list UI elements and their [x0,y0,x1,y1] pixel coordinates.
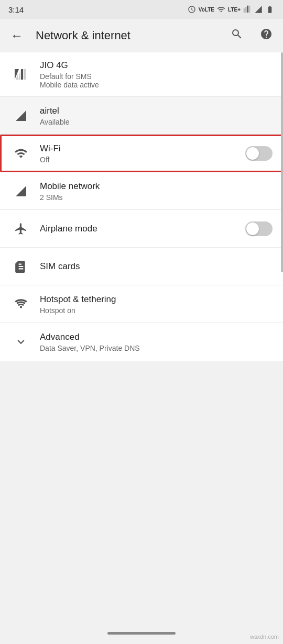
sim-icon [10,260,31,273]
jio-content: JIO 4G Default for SMS Mobile data activ… [31,60,273,89]
airplane-icon [10,222,31,236]
wifi-toggle[interactable] [245,146,273,161]
airtel-subtitle: Available [40,118,273,126]
airplane-toggle[interactable] [245,221,273,236]
list-item-advanced[interactable]: Advanced Data Saver, VPN, Private DNS [0,323,283,361]
mobile-network-content: Mobile network 2 SIMs [31,181,273,202]
svg-marker-2 [16,186,26,196]
chevron-down-icon [10,335,31,349]
wifi-toggle-container [245,146,273,161]
advanced-content: Advanced Data Saver, VPN, Private DNS [31,331,273,352]
status-icons: VoLTE LTE+ [188,5,275,14]
hotspot-icon [10,297,31,311]
signal-full-icon [10,109,31,122]
status-bar: 3:14 VoLTE LTE+ [0,0,283,19]
status-time: 3:14 [8,5,24,14]
search-icon [231,28,243,40]
airplane-toggle-knob [246,223,259,235]
search-button[interactable] [226,24,247,48]
alarm-icon [188,5,196,14]
help-icon [260,28,273,40]
list-item-jio[interactable]: JIO 4G Default for SMS Mobile data activ… [0,52,283,97]
sim-cards-content: SIM cards [31,261,273,272]
advanced-subtitle: Data Saver, VPN, Private DNS [40,344,273,352]
advanced-title: Advanced [40,331,273,343]
help-button[interactable] [256,24,277,48]
battery-icon [265,5,275,14]
mobile-signal-icon [10,185,31,197]
page-title: Network & internet [36,29,218,42]
signal-weak-icon [10,68,31,81]
header: ← Network & internet [0,19,283,52]
svg-marker-1 [16,110,26,121]
list-item-sim-cards[interactable]: SIM cards [0,248,283,285]
wifi-calling-icon [217,5,225,14]
airplane-content: Airplane mode [31,223,245,235]
back-button[interactable]: ← [6,24,27,47]
airtel-title: airtel [40,105,273,117]
mobile-network-subtitle: 2 SIMs [40,193,273,202]
scrollbar[interactable] [281,52,283,272]
airtel-content: airtel Available [31,105,273,126]
signal-bars-2-icon [254,5,263,14]
airplane-toggle-container [245,221,273,236]
sim-cards-title: SIM cards [40,261,273,272]
wifi-toggle-knob [246,147,259,160]
list-item-airtel[interactable]: airtel Available [0,97,283,135]
list-item-hotspot[interactable]: Hotspot & tethering Hotspot on [0,285,283,323]
wifi-subtitle: Off [40,156,245,164]
signal-bars-1-icon [243,5,252,14]
mobile-network-title: Mobile network [40,181,273,192]
hotspot-content: Hotspot & tethering Hotspot on [31,294,273,315]
lte-icon: VoLTE [199,7,214,13]
wifi-title: Wi-Fi [40,143,245,154]
home-indicator[interactable] [107,632,176,635]
jio-subtitle: Default for SMS Mobile data active [40,72,273,89]
settings-list: JIO 4G Default for SMS Mobile data activ… [0,52,283,361]
jio-title: JIO 4G [40,60,273,71]
wifi-icon [10,147,31,160]
wifi-content: Wi-Fi Off [31,143,245,164]
list-item-wifi[interactable]: Wi-Fi Off [0,135,283,172]
watermark: wsxdn.com [250,634,279,640]
lteplus-icon: LTE+ [228,7,241,13]
hotspot-subtitle: Hotspot on [40,306,273,315]
list-item-mobile-network[interactable]: Mobile network 2 SIMs [0,172,283,210]
airplane-title: Airplane mode [40,223,245,235]
hotspot-title: Hotspot & tethering [40,294,273,305]
list-item-airplane[interactable]: Airplane mode [0,210,283,248]
